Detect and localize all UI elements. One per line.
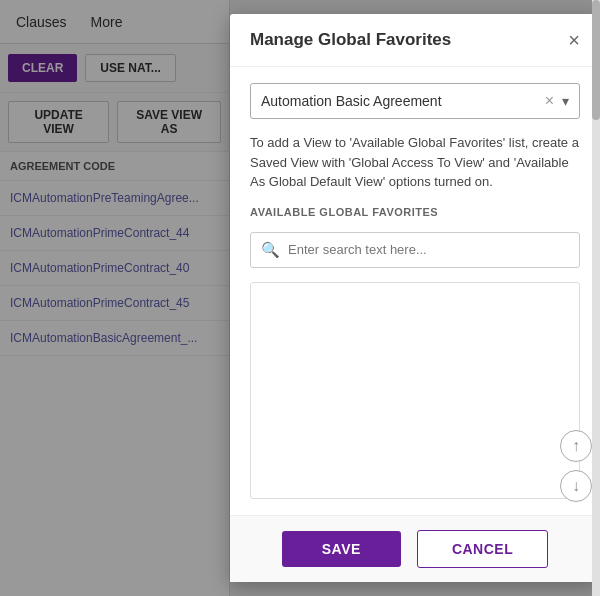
search-box: 🔍 (250, 232, 580, 268)
global-favorites-list (250, 282, 580, 500)
dropdown-arrow-icon[interactable]: ▾ (562, 93, 569, 109)
scrollbar-thumb[interactable] (592, 0, 600, 120)
info-text: To add a View to 'Available Global Favor… (250, 133, 580, 192)
manage-global-favorites-modal: Manage Global Favorites × Automation Bas… (230, 14, 600, 582)
modal-title: Manage Global Favorites (250, 30, 451, 50)
modal-close-button[interactable]: × (568, 30, 580, 50)
selected-view-value: Automation Basic Agreement (261, 93, 545, 109)
cancel-button[interactable]: CANCEL (417, 530, 548, 568)
clear-selection-icon[interactable]: × (545, 92, 554, 110)
view-selector-dropdown[interactable]: Automation Basic Agreement × ▾ (250, 83, 580, 119)
modal-footer: SAVE CANCEL (230, 515, 600, 582)
section-label: AVAILABLE GLOBAL FAVORITES (250, 206, 580, 218)
move-down-button[interactable]: ↓ (560, 470, 592, 502)
search-icon: 🔍 (261, 241, 280, 259)
modal-body: Automation Basic Agreement × ▾ To add a … (230, 67, 600, 515)
move-up-button[interactable]: ↑ (560, 430, 592, 462)
scrollbar[interactable] (592, 0, 600, 596)
side-arrows: ↑ ↓ (560, 430, 592, 502)
dropdown-icons: × ▾ (545, 92, 569, 110)
save-button[interactable]: SAVE (282, 531, 401, 567)
search-input[interactable] (288, 242, 569, 257)
modal-header: Manage Global Favorites × (230, 14, 600, 67)
